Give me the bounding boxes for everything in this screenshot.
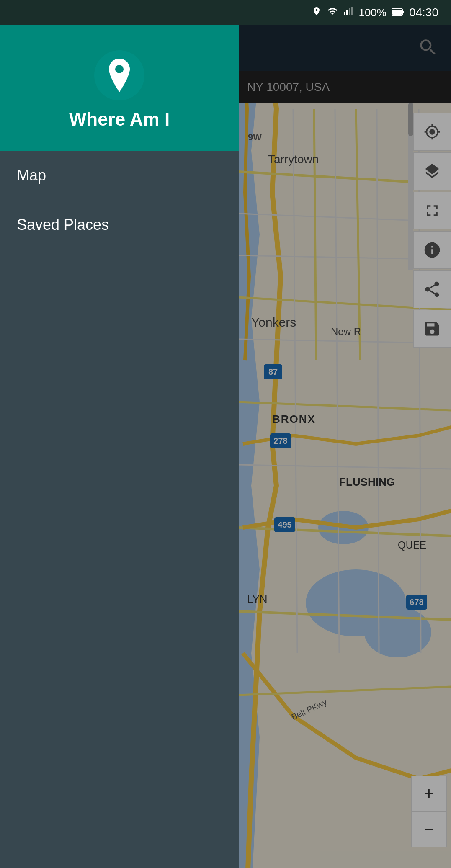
battery-icon [392, 6, 404, 19]
signal-status-icon [343, 6, 353, 19]
app-logo-circle [94, 50, 144, 100]
svg-rect-2 [349, 8, 350, 15]
svg-rect-0 [344, 12, 345, 15]
map-dim-overlay [239, 25, 451, 868]
drawer-menu: Map Saved Places [0, 151, 239, 868]
wifi-status-icon [327, 6, 338, 19]
status-bar: 100% 04:30 [0, 0, 451, 25]
location-status-icon [312, 6, 322, 19]
svg-point-28 [115, 65, 124, 73]
sidebar-item-saved-places[interactable]: Saved Places [0, 200, 239, 250]
drawer-header: Where Am I [0, 25, 239, 151]
app-logo-pin [105, 59, 134, 92]
saved-places-menu-label: Saved Places [17, 216, 109, 234]
svg-rect-6 [402, 11, 404, 13]
app-title: Where Am I [69, 109, 170, 130]
sidebar-item-map[interactable]: Map [0, 151, 239, 200]
svg-rect-3 [351, 7, 353, 15]
status-time: 04:30 [409, 6, 438, 19]
battery-percentage: 100% [358, 6, 387, 19]
svg-rect-1 [346, 10, 348, 15]
status-icons: 100% 04:30 [312, 6, 438, 19]
svg-rect-5 [392, 10, 402, 15]
map-menu-label: Map [17, 167, 46, 184]
nav-drawer: Where Am I Map Saved Places [0, 25, 239, 868]
